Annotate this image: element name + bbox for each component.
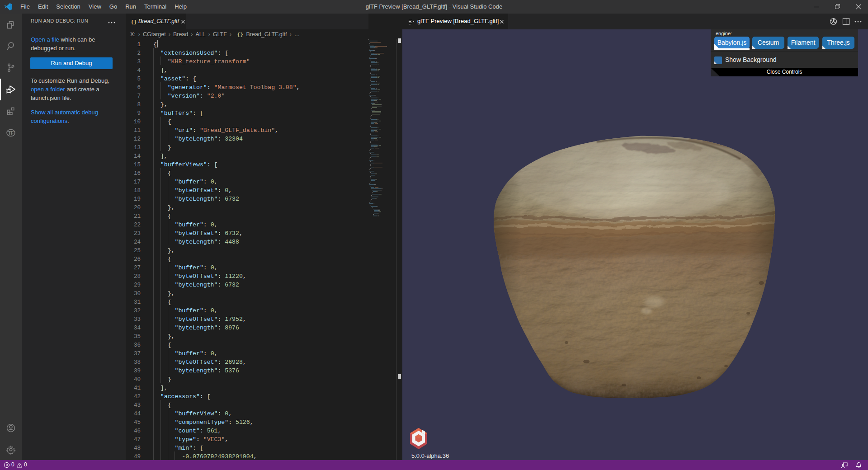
svg-text:TF: TF xyxy=(8,131,14,136)
svg-text:{}: {} xyxy=(131,19,137,25)
